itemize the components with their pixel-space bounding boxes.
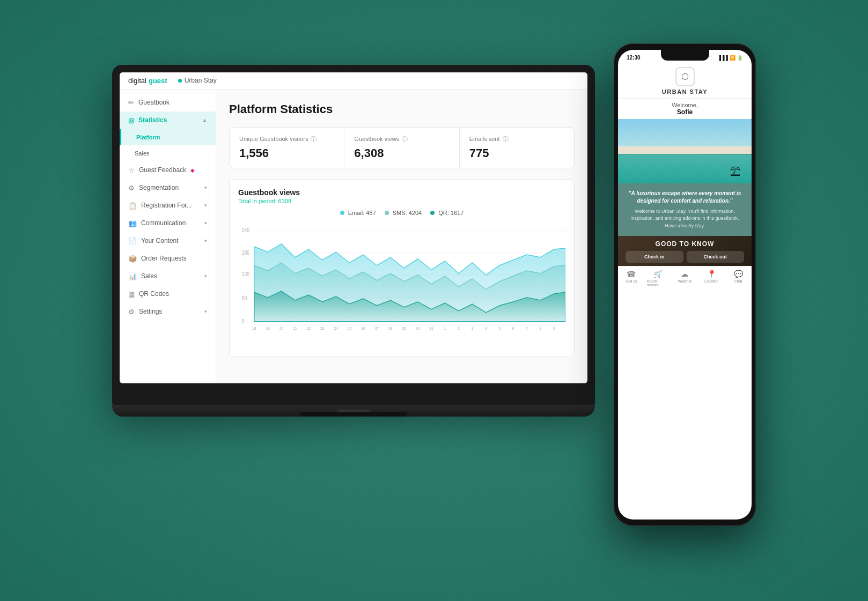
- chart-container: Guestbook views Total in period: 6308 Em…: [229, 179, 575, 357]
- poolside: [618, 146, 752, 154]
- phone-pool-image: ⛱: [618, 119, 752, 183]
- sales-icon: 📊: [128, 272, 137, 280]
- info-icon-emails: ⓘ: [503, 135, 509, 143]
- svg-text:240: 240: [242, 227, 249, 233]
- svg-text:0: 0: [242, 318, 245, 324]
- sidebar-label-segmentation: Segmentation: [139, 184, 179, 191]
- stat-label-emails: Emails sent ⓘ: [469, 135, 564, 143]
- svg-text:180: 180: [242, 250, 249, 256]
- sidebar-label-platform: Platform: [136, 134, 160, 140]
- settings-icon: ⚙: [128, 308, 135, 316]
- sidebar-item-order-requests[interactable]: 📦 Order Requests: [120, 250, 216, 268]
- call-icon: ☎: [627, 270, 636, 278]
- svg-text:27: 27: [375, 325, 379, 331]
- chevron-down-icon: ▾: [204, 185, 207, 190]
- check-in-button[interactable]: Check in: [626, 251, 683, 263]
- status-icons: ▐▐▐ 🛜 🔋: [718, 55, 743, 61]
- svg-text:7: 7: [526, 325, 528, 331]
- svg-text:24: 24: [334, 325, 338, 331]
- qr-icon: ▦: [128, 290, 135, 298]
- svg-text:22: 22: [307, 325, 311, 331]
- nav-item-chat[interactable]: 💬 Chat: [725, 266, 752, 290]
- welcome-line1: Welcome,: [626, 102, 744, 108]
- location-icon: 📍: [707, 270, 716, 278]
- sidebar-item-guestbook[interactable]: ✏ Guestbook: [120, 94, 216, 112]
- communication-icon: 👥: [128, 219, 137, 227]
- svg-text:30: 30: [416, 325, 420, 331]
- nav-item-location[interactable]: 📍 Location: [698, 266, 725, 290]
- hotel-name: URBAN STAY: [662, 88, 708, 95]
- svg-text:29: 29: [402, 325, 406, 331]
- phone-device: 12:30 ▐▐▐ 🛜 🔋 ⬡ URBAN STAY Wel: [614, 43, 756, 526]
- sidebar-item-segmentation[interactable]: ⚙ Segmentation ▾: [120, 179, 216, 197]
- legend-sms: SMS: 4204: [385, 210, 422, 216]
- star-icon: ☆: [128, 166, 135, 174]
- chevron-down6-icon: ▾: [204, 309, 207, 314]
- sidebar-item-your-content[interactable]: 📄 Your Content ▾: [120, 232, 216, 250]
- phone-quote: "A luxurious escape where every moment i…: [618, 183, 752, 236]
- nav-item-weather[interactable]: ☁ Weather: [672, 266, 698, 290]
- stat-value-emails: 775: [469, 146, 564, 160]
- nav-label-room-service: Room service: [647, 279, 670, 287]
- brand-guest: guest: [149, 77, 167, 85]
- check-out-button[interactable]: Check out: [687, 251, 745, 263]
- sidebar-item-platform[interactable]: Platform: [120, 129, 216, 145]
- sidebar-item-settings[interactable]: ⚙ Settings ▾: [120, 303, 216, 321]
- sidebar-item-guest-feedback[interactable]: ☆ Guest Feedback ◆: [120, 161, 216, 179]
- nav-label-call: Call us: [626, 279, 637, 283]
- chat-icon: 💬: [734, 270, 743, 278]
- laptop-screen: digital guest Urban Stay ✏ Guestbook: [120, 72, 587, 383]
- sidebar-item-qr-codes[interactable]: ▦ QR Codes: [120, 285, 216, 303]
- property-dot: [178, 79, 182, 83]
- svg-text:18: 18: [252, 325, 256, 331]
- stat-value-views: 6,308: [354, 146, 449, 160]
- nav-label-location: Location: [704, 279, 718, 283]
- chart-svg: 240 180 120 60 0: [238, 222, 565, 346]
- sidebar-label-sales-sub: Sales: [135, 150, 150, 157]
- sidebar-item-statistics[interactable]: ◎ Statistics ▲: [120, 112, 216, 129]
- svg-text:8: 8: [540, 325, 542, 331]
- laptop-bezel: digital guest Urban Stay ✏ Guestbook: [112, 65, 595, 405]
- svg-text:1: 1: [444, 325, 446, 331]
- battery-icon: 🔋: [737, 55, 743, 61]
- order-icon: 📦: [128, 255, 137, 263]
- info-icon-views: ⓘ: [402, 135, 408, 143]
- page-title: Platform Statistics: [229, 102, 575, 116]
- legend-dot-email: [340, 211, 344, 215]
- svg-text:25: 25: [348, 325, 352, 331]
- nav-item-call[interactable]: ☎ Call us: [618, 266, 645, 290]
- legend-email: Email: 487: [340, 210, 376, 216]
- legend-dot-sms: [385, 211, 389, 215]
- wifi-icon: 🛜: [730, 55, 735, 61]
- sidebar-label-guest-feedback: Guest Feedback: [139, 166, 186, 174]
- registration-icon: 📋: [128, 202, 137, 210]
- hotel-logo-icon: ⬡: [681, 71, 689, 81]
- stats-icon: ◎: [128, 116, 134, 124]
- laptop-device: digital guest Urban Stay ✏ Guestbook: [112, 65, 595, 417]
- stat-label-views: Guestbook views ⓘ: [354, 135, 449, 143]
- sidebar-label-qr-codes: QR Codes: [139, 290, 169, 298]
- chart-title: Guestbook views: [238, 188, 565, 197]
- content-icon: 📄: [128, 237, 137, 245]
- nav-label-chat: Chat: [734, 279, 742, 283]
- sidebar-item-sales[interactable]: 📊 Sales ▾: [120, 268, 216, 285]
- svg-text:21: 21: [293, 325, 297, 331]
- sidebar-item-registration[interactable]: 📋 Registration For... ▾: [120, 197, 216, 214]
- sidebar-item-communication[interactable]: 👥 Communication ▾: [120, 214, 216, 232]
- svg-text:20: 20: [279, 325, 284, 331]
- svg-text:5: 5: [498, 325, 501, 331]
- stat-card-visitors: Unique Guestbook visitors ⓘ 1,556: [230, 128, 344, 168]
- phone-hotel-header: ⬡ URBAN STAY: [618, 63, 752, 99]
- nav-item-room-service[interactable]: 🛒 Room service: [645, 266, 672, 290]
- svg-text:3: 3: [471, 325, 473, 331]
- phone-screen: 12:30 ▐▐▐ 🛜 🔋 ⬡ URBAN STAY Wel: [618, 50, 752, 520]
- stat-card-emails: Emails sent ⓘ 775: [460, 128, 574, 168]
- umbrella-icon: ⛱: [730, 166, 741, 178]
- laptop-content: ✏ Guestbook ◎ Statistics ▲ Platform Sa: [120, 90, 587, 383]
- legend-dot-qr: [430, 211, 435, 215]
- sidebar-label-registration: Registration For...: [141, 202, 192, 209]
- sidebar-item-sales-sub[interactable]: Sales: [120, 145, 216, 161]
- sidebar-label-guestbook: Guestbook: [138, 99, 170, 106]
- svg-text:9: 9: [553, 325, 555, 331]
- sidebar-label-statistics: Statistics: [138, 116, 167, 124]
